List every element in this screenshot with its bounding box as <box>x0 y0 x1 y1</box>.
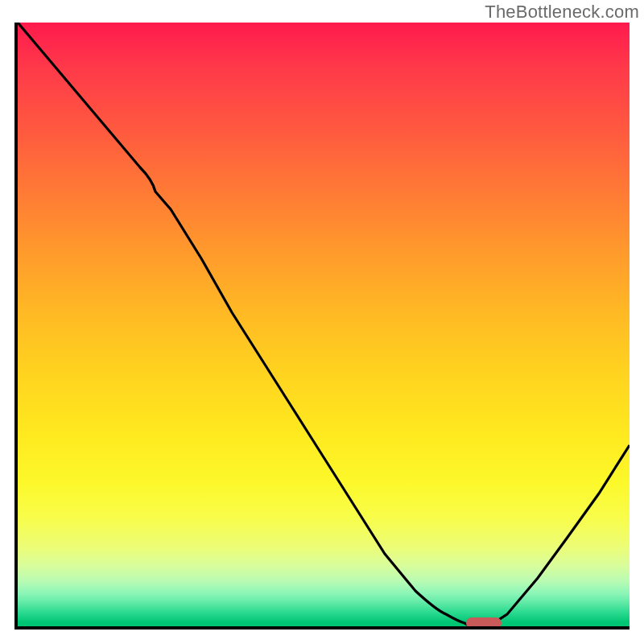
optimum-marker <box>466 617 502 629</box>
bottleneck-curve-path <box>18 23 630 626</box>
line-overlay-svg <box>18 23 630 626</box>
chart-container: TheBottleneck.com <box>0 0 644 644</box>
watermark-text: TheBottleneck.com <box>485 2 639 23</box>
plot-area <box>14 23 630 630</box>
